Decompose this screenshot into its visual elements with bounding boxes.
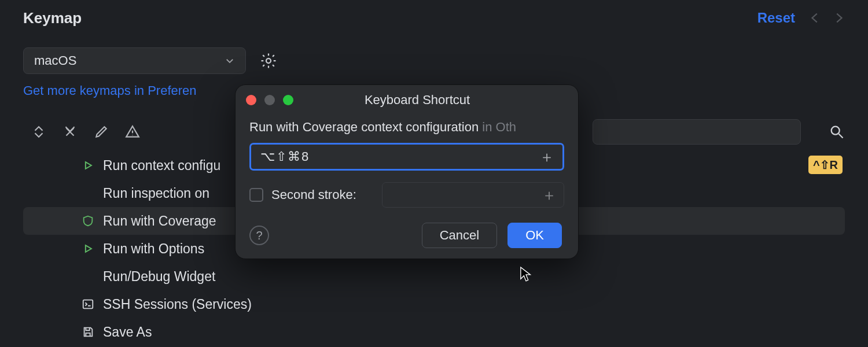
expand-collapse-icon[interactable] — [31, 124, 46, 139]
tree-item-label: Run with Options — [103, 241, 204, 257]
dialog-context-label: Run with Coverage context configuration … — [249, 120, 564, 135]
second-stroke-input[interactable]: ＋ — [382, 182, 564, 208]
keymap-scheme-value: macOS — [34, 53, 76, 68]
svg-point-0 — [266, 58, 271, 63]
warning-icon[interactable] — [125, 124, 140, 139]
dialog-context-main: Run with Coverage context configuration — [249, 120, 479, 134]
tree-item[interactable]: Run/Debug Widget — [23, 263, 845, 290]
tree-item-label: Run/Debug Widget — [103, 269, 215, 285]
reset-button[interactable]: Reset — [757, 10, 795, 26]
dialog-title: Keyboard Shortcut — [267, 93, 568, 108]
second-stroke-label: Second stroke: — [271, 187, 356, 202]
svg-rect-2 — [83, 300, 93, 309]
ok-button[interactable]: OK — [507, 223, 562, 248]
add-shortcut-icon[interactable]: ＋ — [539, 147, 556, 167]
second-stroke-checkbox[interactable] — [249, 188, 263, 202]
page-title: Keymap — [23, 9, 82, 27]
blank-icon — [81, 270, 95, 283]
tree-item-label: Run with Coverage — [103, 213, 216, 229]
help-icon[interactable]: ? — [249, 226, 269, 245]
first-stroke-value: ⌥⇧⌘8 — [260, 149, 310, 164]
save-icon — [81, 325, 95, 339]
chevron-down-icon — [225, 56, 235, 66]
tree-item-label: Run inspection on — [103, 186, 209, 201]
tree-item-label: Save As — [103, 324, 152, 340]
collapse-all-icon[interactable] — [62, 124, 78, 139]
window-close-icon[interactable] — [246, 95, 256, 105]
back-icon[interactable] — [809, 12, 822, 24]
svg-point-1 — [832, 127, 840, 135]
shield-icon — [81, 214, 95, 228]
shortcut-badge: ^⇧R — [808, 156, 843, 174]
gear-icon[interactable] — [260, 52, 277, 69]
search-input[interactable] — [593, 119, 801, 145]
blank-icon — [81, 186, 95, 200]
tree-item[interactable]: Save As — [23, 318, 845, 346]
tree-item-label: Run context configu — [103, 158, 220, 174]
add-second-stroke-icon[interactable]: ＋ — [542, 185, 557, 205]
first-stroke-input[interactable]: ⌥⇧⌘8 ＋ — [249, 143, 564, 171]
tree-item-label: SSH Sessions (Services) — [103, 297, 252, 312]
dialog-context-dim: in Oth — [479, 120, 516, 134]
edit-icon[interactable] — [94, 124, 109, 139]
cancel-button[interactable]: Cancel — [422, 223, 497, 248]
find-by-shortcut-icon[interactable] — [829, 124, 845, 140]
keyboard-shortcut-dialog: Keyboard Shortcut Run with Coverage cont… — [235, 84, 579, 259]
keymap-scheme-select[interactable]: macOS — [23, 47, 246, 74]
forward-icon[interactable] — [832, 12, 845, 24]
terminal-icon — [81, 297, 95, 311]
play-icon — [81, 242, 95, 256]
play-icon — [81, 158, 95, 172]
tree-item[interactable]: SSH Sessions (Services) — [23, 290, 845, 318]
